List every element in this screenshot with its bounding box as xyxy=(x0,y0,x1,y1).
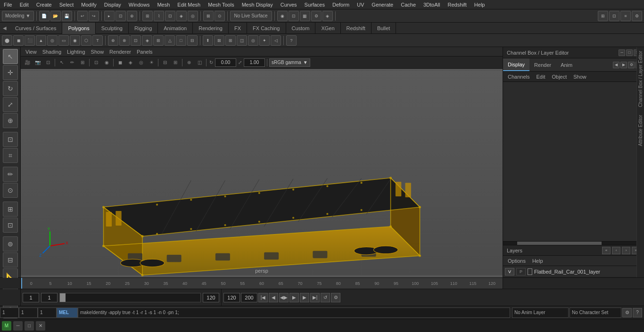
render-view-btn[interactable]: ⊡ xyxy=(289,11,299,21)
editor-btn[interactable]: ⊡ xyxy=(609,11,619,21)
menu-deform[interactable]: Deform xyxy=(329,1,353,8)
select-tool-btn[interactable]: ↖ xyxy=(3,49,18,64)
current-frame-field[interactable] xyxy=(41,293,58,302)
layer-opt-help[interactable]: Help xyxy=(529,257,546,265)
vp-scale-field[interactable] xyxy=(244,58,265,67)
vtab-attribute-editor[interactable]: Attribute Editor xyxy=(637,111,644,150)
shelf-bevel-btn[interactable]: ◫ xyxy=(237,35,247,46)
paint-tool-btn[interactable]: ✏ xyxy=(3,167,18,182)
taskbar-item1[interactable]: M xyxy=(2,321,11,331)
shelf-reduce-btn[interactable]: ⊟ xyxy=(187,35,198,46)
tab-bullet[interactable]: Bullet xyxy=(372,23,396,34)
symmetry-btn[interactable]: ⊠ xyxy=(203,11,214,21)
shelf-disc-btn[interactable]: ◉ xyxy=(70,35,80,46)
tab-render[interactable]: Render xyxy=(529,58,556,71)
ch-menu-object[interactable]: Object xyxy=(549,73,570,81)
next-key-btn[interactable]: ▶| xyxy=(310,293,320,302)
undo-btn[interactable]: ↩ xyxy=(77,11,88,21)
vp-menu-renderer[interactable]: Renderer xyxy=(107,48,134,56)
vtab-channel-box[interactable]: Channel Box / Layer Editor xyxy=(637,47,644,111)
snap-curve-btn[interactable]: ⌇ xyxy=(154,11,164,21)
shelf-bridge-btn[interactable]: ⊠ xyxy=(214,35,224,46)
3d-scene[interactable]: X Y Z persp xyxy=(21,69,503,277)
ch-settings-btn[interactable]: ⚙ xyxy=(628,62,635,68)
shelf-extrude-btn[interactable]: ⬆ xyxy=(203,35,213,46)
ch-menu-show[interactable]: Show xyxy=(570,73,589,81)
tab-fx-caching[interactable]: FX Caching xyxy=(247,23,286,34)
new-file-btn[interactable]: 📄 xyxy=(39,11,50,21)
layer-opt-options[interactable]: Options xyxy=(505,257,528,265)
loop-btn[interactable]: ↺ xyxy=(321,293,330,302)
menu-display[interactable]: Display xyxy=(100,1,125,8)
tab-redshift[interactable]: Redshift xyxy=(341,23,372,34)
snap-view-btn[interactable]: ◎ xyxy=(188,11,198,21)
vp-wireframe-btn[interactable]: ⊡ xyxy=(91,58,101,67)
taskbar-close-btn[interactable]: ✕ xyxy=(36,321,45,331)
status-gear-btn[interactable]: ⚙ xyxy=(622,308,632,317)
tab-curves-surfaces[interactable]: Curves / Surfaces xyxy=(9,23,62,34)
vp-colorspace[interactable]: sRGB gamma ▼ xyxy=(269,58,310,67)
tab-polygons[interactable]: Polygons xyxy=(62,23,95,34)
prev-key-btn[interactable]: |◀ xyxy=(258,293,268,302)
vp-isolate-btn[interactable]: ⊟ xyxy=(160,58,170,67)
shelf-btn[interactable]: ≡ xyxy=(620,11,631,21)
ch-scroll-right-btn[interactable]: ▶ xyxy=(620,62,627,68)
snap-surface-btn[interactable]: ◈ xyxy=(176,11,187,21)
shelf-smooth-btn[interactable]: ⊞ xyxy=(153,35,164,46)
shelf-platonic-btn[interactable]: ⬡ xyxy=(81,35,91,46)
shelf-boolean-btn[interactable]: ◈ xyxy=(142,35,152,46)
mel-label[interactable]: MEL xyxy=(57,308,78,318)
vp-heads-up-btn[interactable]: ⊕ xyxy=(184,58,194,67)
vp-grid-btn[interactable]: ⊞ xyxy=(171,58,180,67)
range-end-frame[interactable] xyxy=(241,293,257,302)
tab-scroll-left[interactable]: ◀ xyxy=(0,24,9,33)
play-back-btn[interactable]: ◀▶ xyxy=(279,293,289,302)
shelf-text-btn[interactable]: T xyxy=(92,35,103,46)
vp-menu-show[interactable]: Show xyxy=(88,48,107,56)
vp-camera2-btn[interactable]: 📷 xyxy=(33,58,42,67)
shelf-mirror-btn[interactable]: ⊡ xyxy=(131,35,141,46)
vp-smooth-btn[interactable]: ◉ xyxy=(102,58,111,67)
tab-sculpting[interactable]: Sculpting xyxy=(96,23,129,34)
soft-select-btn[interactable]: ⊡ xyxy=(3,132,18,147)
menu-mesh-display[interactable]: Mesh Display xyxy=(238,1,277,8)
panel-minimize-btn[interactable]: ─ xyxy=(619,49,625,56)
layer-scroll-prev-btn[interactable]: ‹ xyxy=(612,247,620,254)
tab-display[interactable]: Display xyxy=(503,58,529,71)
tab-fx[interactable]: FX xyxy=(229,23,247,34)
ch-scroll-left-btn[interactable]: ◀ xyxy=(613,62,619,68)
shelf-poke-btn[interactable]: ✦ xyxy=(259,35,270,46)
tab-custom[interactable]: Custom xyxy=(286,23,316,34)
channel-scrollbar[interactable] xyxy=(503,241,644,245)
vp-texture-btn[interactable]: ◼ xyxy=(116,58,125,67)
command-field[interactable]: makeIdentity -apply true -t 1 -r 1 -s 1 … xyxy=(78,308,510,318)
camera-btn[interactable]: ⊙ xyxy=(215,11,225,21)
taskbar-minimize-btn[interactable]: ─ xyxy=(13,321,23,331)
paint-select-btn[interactable]: ⊕ xyxy=(127,11,137,21)
play-btn[interactable]: ▶ xyxy=(289,293,299,302)
artisan-btn[interactable]: ⊙ xyxy=(3,183,18,198)
ch-menu-edit[interactable]: Edit xyxy=(533,73,548,81)
char-set-field[interactable]: No Character Set xyxy=(570,308,621,318)
shelf-combine-btn[interactable]: ⊕ xyxy=(108,35,118,46)
layer-visibility-btn[interactable]: V xyxy=(505,268,514,275)
status-help-btn[interactable]: ? xyxy=(633,308,642,317)
viewport-layout-btn[interactable]: ⊞ xyxy=(598,11,608,21)
menu-cache[interactable]: Cache xyxy=(397,1,420,8)
render-preview-btn[interactable]: ◉ xyxy=(277,11,288,21)
lasso-select-btn[interactable]: ⊡ xyxy=(116,11,126,21)
tab-anim[interactable]: Anim xyxy=(556,58,577,71)
taskbar-restore-btn[interactable]: □ xyxy=(25,321,34,331)
select-mode-btn[interactable]: ▸ xyxy=(104,11,115,21)
shelf-cylinder-btn[interactable]: ⬛ xyxy=(25,35,35,46)
open-file-btn[interactable]: 📂 xyxy=(50,11,61,21)
shelf-quadrangulate-btn[interactable]: □ xyxy=(176,35,186,46)
playback-slider[interactable] xyxy=(59,293,201,302)
playback-slider-handle[interactable] xyxy=(60,293,66,302)
shelf-plane-btn[interactable]: ▭ xyxy=(58,35,69,46)
settings-btn[interactable]: ⚙ xyxy=(632,11,642,21)
tab-animation[interactable]: Animation xyxy=(158,23,193,34)
ch-menu-channels[interactable]: Channels xyxy=(505,73,532,81)
prev-frame-btn[interactable]: ◀ xyxy=(269,293,278,302)
menu-edit-mesh[interactable]: Edit Mesh xyxy=(173,1,204,8)
